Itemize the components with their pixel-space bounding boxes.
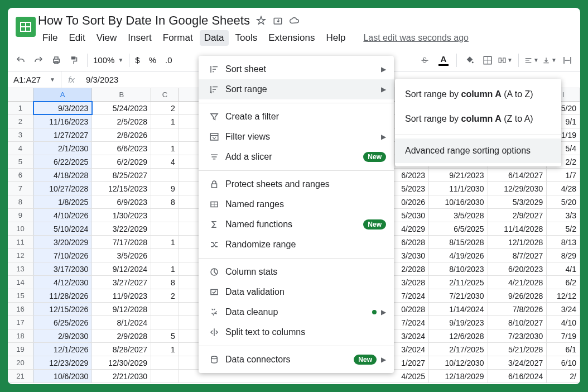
row-header[interactable]: 13 (8, 262, 33, 275)
cell[interactable]: 7/2024 (390, 289, 429, 302)
undo-icon[interactable] (13, 53, 28, 68)
move-icon[interactable] (272, 15, 283, 26)
zoom-select[interactable]: 100%▼ (93, 55, 123, 65)
row-header[interactable]: 1 (8, 102, 33, 114)
cell[interactable]: 3/5/2028 (429, 209, 488, 222)
cell[interactable]: 11/14/2028 (488, 222, 547, 235)
cell[interactable]: 7/19 (547, 329, 580, 342)
cell[interactable]: 5 (151, 329, 179, 342)
cell[interactable]: 5/10/2024 (33, 222, 93, 235)
menu-data[interactable]: Data (200, 30, 229, 46)
cell[interactable]: 12/18/2029 (429, 370, 488, 383)
cell[interactable]: 8 (151, 195, 179, 208)
col-header-B[interactable]: B (92, 88, 151, 101)
row-header[interactable]: 4 (8, 142, 33, 155)
cell[interactable]: 4/10/2026 (33, 209, 93, 222)
cell[interactable]: 6/25/2026 (33, 316, 93, 329)
cloud-icon[interactable] (289, 15, 300, 26)
cell[interactable]: 6/10 (547, 356, 580, 369)
row-header[interactable]: 10 (8, 222, 33, 235)
last-edit-link[interactable]: Last edit was seconds ago (363, 33, 469, 43)
row-header[interactable]: 18 (8, 329, 33, 342)
cell[interactable] (151, 356, 179, 369)
cell[interactable]: 9/3/2023 (33, 102, 93, 114)
cell[interactable]: 2/9/2030 (33, 329, 93, 342)
borders-icon[interactable] (480, 53, 495, 68)
cell[interactable]: 4/28 (547, 182, 580, 195)
row-header[interactable]: 8 (8, 195, 33, 208)
row-header[interactable]: 2 (8, 115, 33, 128)
cell[interactable]: 6/2 (547, 276, 580, 289)
cell[interactable]: 10/16/2030 (429, 195, 488, 208)
row-header[interactable]: 14 (8, 276, 33, 289)
row-header[interactable]: 15 (8, 289, 33, 302)
name-box[interactable]: A1:A27▼ (8, 71, 61, 88)
cell[interactable]: 3/20/2029 (33, 236, 93, 248)
cell[interactable] (151, 209, 179, 222)
menu-extensions[interactable]: Extensions (264, 30, 319, 46)
cell[interactable]: 2 (151, 102, 179, 114)
menu-column-stats[interactable]: Column stats (199, 262, 394, 282)
currency-button[interactable]: $ (135, 55, 139, 65)
cell[interactable]: 9/12/2024 (92, 262, 151, 275)
cell[interactable] (151, 169, 179, 181)
sheets-logo-icon[interactable] (13, 15, 38, 39)
cell[interactable]: 5/20 (547, 195, 580, 208)
menu-data-connectors[interactable]: Data connectorsNew▶ (199, 350, 394, 370)
cell[interactable] (151, 128, 179, 141)
cell[interactable]: 3/2028 (390, 276, 429, 289)
cell[interactable]: 3/24/2027 (488, 356, 547, 369)
cell[interactable]: 8/10/2027 (488, 316, 547, 329)
menu-split-text[interactable]: Split text to columns (199, 322, 394, 342)
menu-view[interactable]: View (92, 30, 122, 46)
cell[interactable]: 6/16/2024 (488, 370, 547, 383)
cell[interactable]: 1 (151, 343, 179, 356)
cell[interactable]: 12/29/2030 (488, 182, 547, 195)
cell[interactable]: 5/2030 (390, 209, 429, 222)
decimal-button[interactable]: .0 (165, 55, 172, 65)
merge-cells-icon[interactable]: ▼ (498, 53, 513, 68)
cell[interactable]: 12/1/2026 (33, 343, 93, 356)
row-header[interactable]: 5 (8, 155, 33, 168)
cell[interactable]: 6/2023 (390, 169, 429, 181)
menu-data-validation[interactable]: Data validation (199, 282, 394, 302)
menu-data-cleanup[interactable]: Data cleanup▶ (199, 302, 394, 322)
cell[interactable]: 5/24/2023 (92, 102, 151, 114)
row-header[interactable]: 19 (8, 343, 33, 356)
cell[interactable]: 4/1 (547, 262, 580, 275)
cell[interactable]: 5/2023 (390, 182, 429, 195)
menu-file[interactable]: File (38, 30, 62, 46)
horizontal-align-icon[interactable]: ▼ (524, 53, 539, 68)
cell[interactable]: 2/5/2028 (92, 115, 151, 128)
cell[interactable]: 6/6/2023 (92, 142, 151, 155)
row-header[interactable]: 3 (8, 128, 33, 141)
cell[interactable]: 9/21/2023 (429, 169, 488, 181)
cell[interactable]: 11/9/2023 (92, 289, 151, 302)
cell[interactable]: 6/2/2029 (92, 155, 151, 168)
cell[interactable]: 12/15/2023 (92, 182, 151, 195)
cell[interactable]: 2/8/2026 (92, 128, 151, 141)
cell[interactable]: 4/2029 (390, 222, 429, 235)
cell[interactable]: 5/2 (547, 222, 580, 235)
cell[interactable]: 4/19/2026 (429, 249, 488, 262)
menu-edit[interactable]: Edit (64, 30, 89, 46)
menu-named-ranges[interactable]: Named ranges (199, 194, 394, 214)
cell[interactable]: 9/26/2028 (488, 289, 547, 302)
cell[interactable]: 6/5/2025 (429, 222, 488, 235)
menu-insert[interactable]: Insert (123, 30, 156, 46)
text-wrap-icon[interactable] (560, 53, 575, 68)
sort-range-az[interactable]: Sort range by column A (A to Z) (395, 82, 561, 107)
cell[interactable]: 10/12/2030 (429, 356, 488, 369)
cell[interactable]: 1/14/2024 (429, 303, 488, 315)
cell[interactable]: 3/24 (547, 303, 580, 315)
fill-color-icon[interactable] (462, 53, 477, 68)
menu-sort-range[interactable]: Sort range▶ (199, 79, 394, 99)
row-header[interactable]: 6 (8, 169, 33, 181)
cell[interactable]: 12/30/2029 (92, 356, 151, 369)
cell[interactable]: 1/2027 (390, 356, 429, 369)
cell[interactable]: 1/7 (547, 169, 580, 181)
cell[interactable]: 1 (151, 115, 179, 128)
cell[interactable]: 7/2024 (390, 316, 429, 329)
cell[interactable]: 8/13 (547, 236, 580, 248)
cell[interactable]: 8/15/2028 (429, 236, 488, 248)
